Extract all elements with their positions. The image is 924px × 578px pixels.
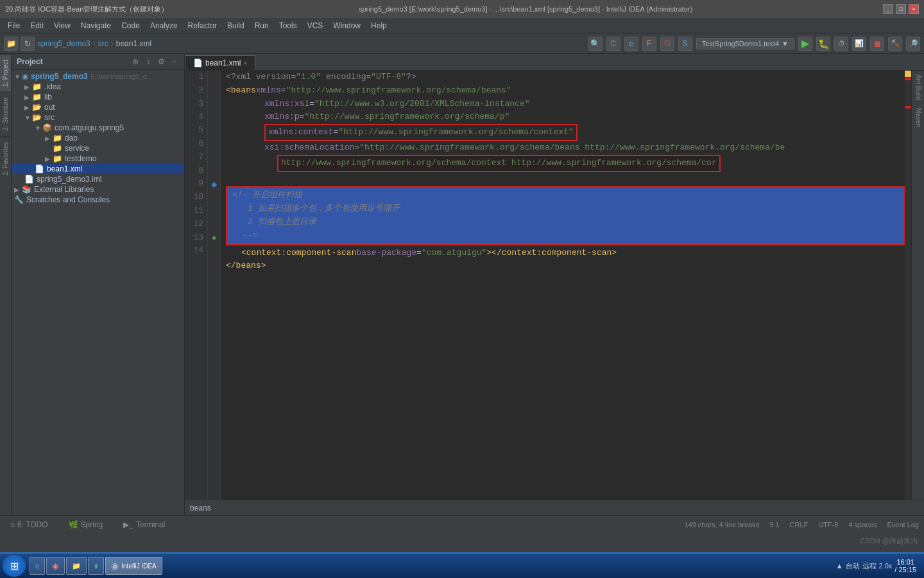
taskbar-explorer[interactable]: 📁 [66, 557, 87, 575]
code-line-3: xmlns:xsi="http://www.w3.org/2001/XMLSch… [226, 98, 905, 111]
tree-dao[interactable]: ▶ 📁 dao [12, 133, 184, 143]
window-controls[interactable]: _ □ × [883, 4, 919, 14]
toolbar-search-everywhere[interactable]: 🔍 [588, 37, 603, 51]
browser-chrome[interactable]: C [606, 37, 620, 51]
menu-vcs[interactable]: VCS [302, 20, 329, 31]
menu-tools[interactable]: Tools [274, 20, 302, 31]
menu-build[interactable]: Build [222, 20, 250, 31]
tree-src[interactable]: ▼ 📂 src [12, 112, 184, 123]
project-minimize-icon[interactable]: − [169, 57, 179, 67]
editor-area: 📄 bean1.xml × 1 2 3 4 5 6 7 8 9 10 11 12… [185, 54, 924, 515]
breadcrumb: spring5_demo3 › src › bean1.xml [37, 39, 151, 48]
minimize-button[interactable]: _ [883, 4, 893, 14]
run-config-selector[interactable]: TestSpring5Demo1.test4 ▼ [696, 38, 794, 49]
coverage-button[interactable]: ⏱ [834, 37, 848, 51]
project-add-icon[interactable]: ⊕ [130, 57, 141, 67]
ant-build-tab[interactable]: Ant Build [912, 71, 924, 104]
menu-help[interactable]: Help [366, 20, 392, 31]
close-button[interactable]: × [909, 4, 919, 14]
breadcrumb-file[interactable]: bean1.xml [116, 39, 151, 48]
encoding[interactable]: UTF-8 [818, 521, 838, 529]
project-settings-icon[interactable]: ⚙ [156, 57, 166, 67]
browser-ie[interactable]: e [624, 37, 638, 51]
tray-clock: 16:01/ 25:15 [894, 558, 916, 574]
scratches-label: Scratches and Consoles [26, 195, 110, 204]
tree-lib[interactable]: ▶ 📁 lib [12, 92, 184, 102]
debug-button[interactable]: 🐛 [816, 37, 830, 51]
breadcrumb-project[interactable]: spring5_demo3 [37, 39, 90, 48]
project-tab[interactable]: 1: Project [0, 54, 11, 92]
status-right: 149 chars, 4 line breaks 9:1 CRLF UTF-8 … [684, 521, 919, 529]
code-line-5: xmlns:context="http://www.springframewor… [226, 124, 905, 141]
event-log[interactable]: Event Log [887, 521, 919, 529]
status-text: beans [190, 504, 211, 512]
maximize-button[interactable]: □ [896, 4, 906, 14]
build-button[interactable]: 🔨 [888, 37, 902, 51]
todo-label: 6: TODO [17, 520, 48, 529]
indent[interactable]: 4 spaces [848, 521, 877, 529]
project-panel-title: Project [17, 57, 128, 66]
taskbar-active-app[interactable]: ◉ IntelliJ IDEA [105, 557, 162, 575]
taskbar-intellij[interactable]: ◈ [46, 557, 65, 575]
terminal-label: Terminal [136, 520, 165, 529]
spring-label: Spring [81, 520, 103, 529]
breadcrumb-src[interactable]: src [98, 39, 108, 48]
tree-package[interactable]: ▼ 📦 com.atguigu.spring5 [12, 123, 184, 133]
code-line-11: 2 扫描包上层目录 [232, 216, 898, 229]
menu-run[interactable]: Run [250, 20, 274, 31]
search-button[interactable]: 🔎 [906, 37, 920, 51]
tree-out[interactable]: ▶ 📂 out [12, 102, 184, 112]
editor-bottom-status: beans [185, 500, 924, 515]
menu-code[interactable]: Code [116, 20, 145, 31]
project-panel-header: Project ⊕ ↕ ⚙ − [12, 54, 184, 70]
line-separator[interactable]: CRLF [790, 521, 809, 529]
favorites-tab[interactable]: 2: Favorites [0, 136, 11, 180]
tree-scratches[interactable]: 🔧 Scratches and Consoles [12, 195, 184, 205]
start-button[interactable]: ⊞ [3, 555, 26, 577]
editor-tab-close[interactable]: × [243, 60, 247, 67]
structure-tab[interactable]: 2: Structure [0, 92, 11, 136]
editor-tab-icon: 📄 [193, 58, 203, 67]
tray-arrow[interactable]: ▲ [836, 562, 843, 570]
profile-button[interactable]: 📊 [852, 37, 866, 51]
menu-navigate[interactable]: Navigate [76, 20, 116, 31]
todo-tab[interactable]: ≡ 6: TODO [5, 519, 53, 530]
cursor-position: 9:1 [769, 521, 779, 529]
browser-opera[interactable]: O [660, 37, 674, 51]
tree-idea[interactable]: ▶ 📁 .idea [12, 82, 184, 92]
watermark: CSDN @跨越海沟 [860, 536, 918, 546]
toolbar-right: 🔍 C e F O S TestSpring5Demo1.test4 ▼ ▶ 🐛… [588, 37, 920, 51]
toolbar-sync-button[interactable]: ↻ [21, 37, 35, 51]
menu-refactor[interactable]: Refactor [183, 20, 222, 31]
menu-file[interactable]: File [3, 20, 25, 31]
tree-ext-libs[interactable]: ▶ 📚 External Libraries [12, 184, 184, 195]
taskbar-ie[interactable]: e [30, 557, 45, 575]
stop-button[interactable]: ⏹ [870, 37, 884, 51]
code-editor[interactable]: <?xml version="1.0" encoding="UTF-8"?> <… [221, 71, 905, 500]
tree-service[interactable]: 📁 service [12, 143, 184, 153]
maven-tab[interactable]: Maven [912, 104, 924, 131]
browser-safari[interactable]: S [678, 37, 692, 51]
browser-ff[interactable]: F [642, 37, 656, 51]
run-button[interactable]: ▶ [798, 37, 812, 51]
editor-tab-bean1[interactable]: 📄 bean1.xml × [185, 55, 255, 70]
editor-content: 1 2 3 4 5 6 7 8 9 10 11 12 13 14 [185, 71, 924, 500]
menu-edit[interactable]: Edit [25, 20, 49, 31]
tree-bean1-xml[interactable]: 📄 bean1.xml [12, 164, 184, 174]
menu-window[interactable]: Window [328, 20, 366, 31]
spring-tab[interactable]: 🌿 Spring [64, 519, 108, 530]
project-collapse-icon[interactable]: ↕ [143, 57, 153, 67]
toolbar: 📁 ↻ spring5_demo3 › src › bean1.xml 🔍 C … [0, 33, 924, 54]
tree-root[interactable]: ▼ ◉ spring5_demo3 E:\work\spring5_d... [12, 71, 184, 82]
menu-analyze[interactable]: Analyze [145, 20, 183, 31]
title-main: spring5_demo3 [E:\work\spring5_demo3] - … [359, 5, 692, 13]
main-layout: 1: Project 2: Structure 2: Favorites Pro… [0, 54, 924, 515]
terminal-tab[interactable]: ▶_ Terminal [118, 519, 170, 530]
tree-testdemo[interactable]: ▶ 📁 testdemo [12, 153, 184, 164]
toolbar-open-button[interactable]: 📁 [4, 37, 18, 51]
project-tree: ▼ ◉ spring5_demo3 E:\work\spring5_d... ▶… [12, 70, 184, 515]
tree-iml[interactable]: 📄 spring5_demo3.iml [12, 174, 184, 184]
taskbar-app4[interactable]: ♦ [88, 557, 104, 575]
gutter: ◆ ● [208, 71, 221, 500]
menu-view[interactable]: View [49, 20, 76, 31]
